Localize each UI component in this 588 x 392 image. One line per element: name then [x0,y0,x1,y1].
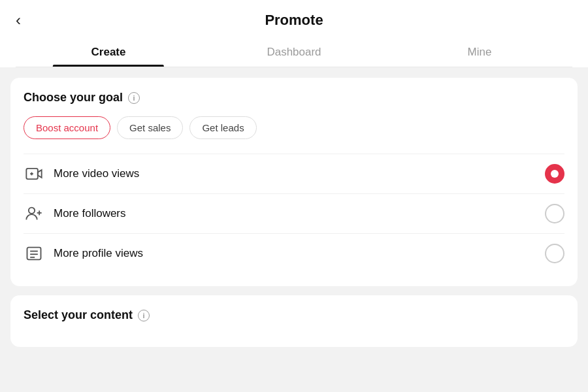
radio-video-views-inner [551,170,559,178]
radio-video-views[interactable] [545,164,564,184]
goal-buttons-group: Boost account Get sales Get leads [24,116,564,139]
back-button[interactable]: ‹ [16,12,21,28]
tab-mine[interactable]: Mine [387,38,572,67]
content-card: Select your content i [10,295,578,347]
tabs-bar: Create Dashboard Mine [16,38,572,67]
svg-point-3 [29,208,35,214]
option-video-views[interactable]: More video views [24,154,564,193]
content-info-icon[interactable]: i [138,310,150,321]
tab-dashboard[interactable]: Dashboard [201,38,387,67]
content-card-title: Select your content i [24,308,564,322]
goal-btn-get-leads[interactable]: Get leads [189,116,256,139]
option-video-views-label: More video views [54,167,536,180]
header: ‹ Promote Create Dashboard Mine [0,0,588,67]
tab-create[interactable]: Create [16,38,201,67]
goal-card: Choose your goal i Boost account Get sal… [10,78,578,286]
video-plus-icon [24,163,44,184]
header-top: ‹ Promote [16,12,572,38]
goal-card-title: Choose your goal i [24,91,564,105]
option-profile-views[interactable]: More profile views [24,233,564,273]
option-followers-label: More followers [54,207,536,220]
profile-list-icon [24,243,44,264]
option-profile-views-label: More profile views [54,247,536,260]
goal-title-text: Choose your goal [24,91,123,105]
main-content: Choose your goal i Boost account Get sal… [0,67,588,392]
screen: ‹ Promote Create Dashboard Mine Choose y… [0,0,588,392]
option-followers[interactable]: More followers [24,193,564,233]
user-plus-icon [24,203,44,224]
goal-btn-get-sales[interactable]: Get sales [117,116,183,139]
radio-profile-views[interactable] [545,244,564,263]
content-title-text: Select your content [24,308,133,322]
goal-info-icon[interactable]: i [128,92,140,104]
goal-btn-boost-account[interactable]: Boost account [24,116,110,139]
radio-followers[interactable] [545,204,564,223]
page-title: Promote [265,12,323,29]
